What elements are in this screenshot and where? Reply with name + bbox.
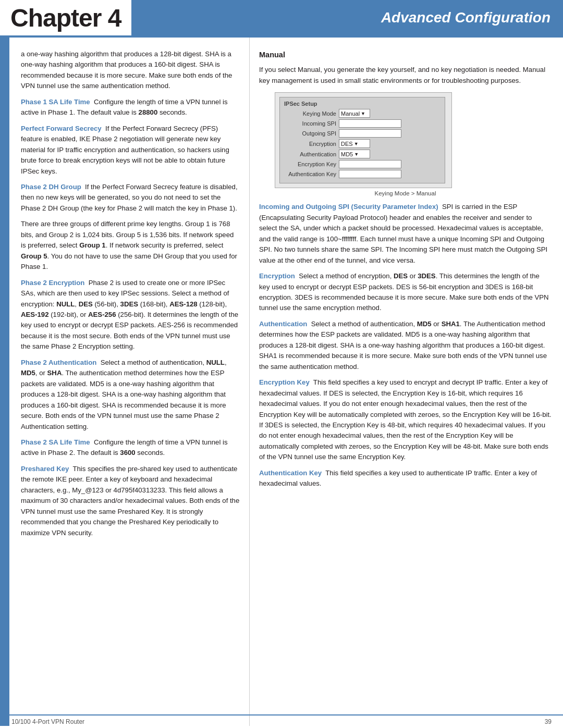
term-authentication: Authentication <box>259 320 307 328</box>
ipsec-authentication-select[interactable]: MD5 ▼ <box>339 150 370 158</box>
ipsec-auth-key-row: Authentication Key <box>284 170 440 178</box>
term-encryption-key: Encryption Key <box>259 378 310 386</box>
ipsec-outgoing-spi-input[interactable] <box>339 129 401 138</box>
term-phase1-salifetime: Phase 1 SA Life Time <box>21 98 90 106</box>
ipsec-incoming-spi-row: Incoming SPI <box>284 119 440 128</box>
phase2-encryption: Phase 2 Encryption Phase 2 is used to cr… <box>21 278 240 352</box>
authentication-term: Authentication Select a method of authen… <box>259 319 552 372</box>
dh-groups-detail: There are three groups of different prim… <box>21 219 240 272</box>
page-header: Chapter 4 Advanced Configuration <box>0 0 563 38</box>
term-phase2-enc: Phase 2 Encryption <box>21 279 84 287</box>
ipsec-authentication-value: MD5 <box>341 151 353 157</box>
term-preshared-key: Preshared Key <box>21 465 69 473</box>
chapter-title: Chapter 4 <box>10 4 121 32</box>
ipsec-auth-key-input[interactable] <box>339 170 401 178</box>
header-left: Chapter 4 <box>0 0 131 35</box>
dropdown-arrow-icon-2: ▼ <box>354 141 359 146</box>
ipsec-authentication-label: Authentication <box>284 151 339 157</box>
encryption-key-term: Encryption Key This field specifies a ke… <box>259 377 552 463</box>
ipsec-setup-inner: IPSec Setup Keying Mode Manual ▼ Incomin… <box>279 97 445 183</box>
ipsec-encryption-key-input[interactable] <box>339 160 401 168</box>
ipsec-keying-mode-label: Keying Mode <box>284 110 339 117</box>
manual-heading: Manual <box>259 49 552 60</box>
page-footer: 10/100 4-Port VPN Router 39 <box>0 714 563 728</box>
content-wrapper: a one-way hashing algorithm that produce… <box>0 38 563 726</box>
phase2-authentication: Phase 2 Authentication Select a method o… <box>21 357 240 432</box>
term-spi: Incoming and Outgoing SPI (Security Para… <box>259 203 438 211</box>
incoming-outgoing-spi: Incoming and Outgoing SPI (Security Para… <box>259 202 552 266</box>
ipsec-keying-mode-value: Manual <box>341 110 360 117</box>
chapter-subtitle: Advanced Configuration <box>381 9 550 26</box>
ipsec-encryption-label: Encryption <box>284 141 339 147</box>
manual-intro: If you select Manual, you generate the k… <box>259 65 552 86</box>
ipsec-encryption-key-label: Encryption Key <box>284 161 339 167</box>
ipsec-incoming-spi-input[interactable] <box>339 119 401 128</box>
footer-left: 10/100 4-Port VPN Router <box>11 718 84 725</box>
term-phase2-salife: Phase 2 SA Life Time <box>21 438 90 446</box>
header-right: Advanced Configuration <box>131 0 563 35</box>
ipsec-encryption-row: Encryption DES ▼ <box>284 139 440 148</box>
phase2-dh-group: Phase 2 DH Group If the Perfect Forward … <box>21 182 240 214</box>
right-column: Manual If you select Manual, you generat… <box>250 38 563 726</box>
dropdown-arrow-icon-3: ▼ <box>354 152 359 157</box>
phase1-salifetime: Phase 1 SA Life Time Configure the lengt… <box>21 97 240 118</box>
ipsec-outgoing-spi-row: Outgoing SPI <box>284 129 440 138</box>
preshared-key: Preshared Key This specifies the pre-sha… <box>21 464 240 538</box>
phase2-salifetime: Phase 2 SA Life Time Configure the lengt… <box>21 437 240 459</box>
perfect-forward-secrecy: Perfect Forward Secrecy If the Perfect F… <box>21 124 240 177</box>
footer-right: 39 <box>545 718 552 725</box>
ipsec-auth-key-label: Authentication Key <box>284 171 339 177</box>
ipsec-encryption-select[interactable]: DES ▼ <box>339 139 370 148</box>
ipsec-incoming-spi-label: Incoming SPI <box>284 120 339 127</box>
term-encryption: Encryption <box>259 272 295 280</box>
ipsec-setup-title: IPSec Setup <box>284 101 440 107</box>
ipsec-authentication-row: Authentication MD5 ▼ <box>284 150 440 158</box>
term-phase2-auth: Phase 2 Authentication <box>21 359 96 366</box>
authentication-key-term: Authentication Key This field specifies … <box>259 468 552 489</box>
dropdown-arrow-icon: ▼ <box>361 111 365 116</box>
sidebar-accent <box>0 38 9 726</box>
ipsec-encryption-value: DES <box>341 141 353 147</box>
ipsec-outgoing-spi-label: Outgoing SPI <box>284 130 339 137</box>
main-content: a one-way hashing algorithm that produce… <box>9 38 563 726</box>
term-pfs: Perfect Forward Secrecy <box>21 125 102 132</box>
term-auth-key: Authentication Key <box>259 469 322 477</box>
ipsec-encryption-key-row: Encryption Key <box>284 160 440 168</box>
ipsec-keying-mode-row: Keying Mode Manual ▼ <box>284 109 440 118</box>
term-phase2-dh: Phase 2 DH Group <box>21 183 81 191</box>
intro-paragraph: a one-way hashing algorithm that produce… <box>21 49 240 92</box>
left-column: a one-way hashing algorithm that produce… <box>9 38 249 726</box>
ipsec-keying-mode-select[interactable]: Manual ▼ <box>339 109 370 118</box>
ipsec-setup-box: IPSec Setup Keying Mode Manual ▼ Incomin… <box>275 92 452 188</box>
encryption-term: Encryption Select a method of encryption… <box>259 271 552 314</box>
ipsec-caption: Keying Mode > Manual <box>259 190 552 196</box>
